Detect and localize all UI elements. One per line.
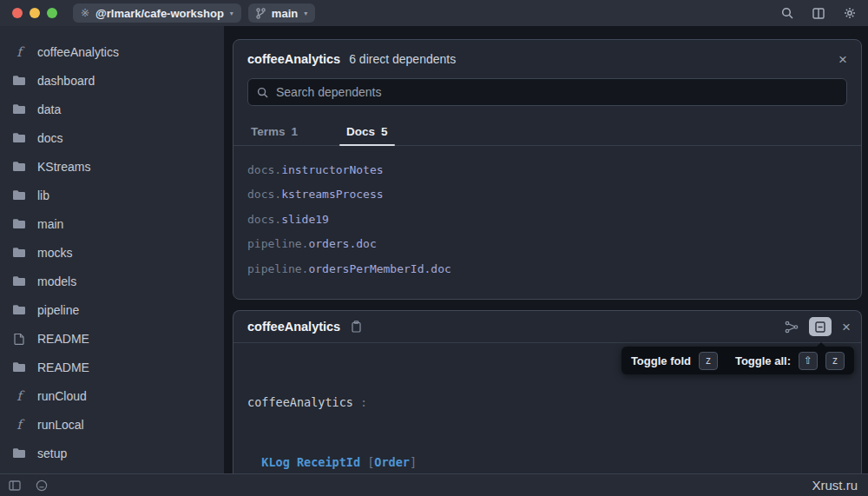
- sidebar-item-runLocal[interactable]: f runLocal: [0, 410, 224, 439]
- definition-panel-actions: ×: [785, 317, 851, 336]
- sidebar-item-dashboard[interactable]: dashboard: [0, 66, 224, 95]
- folder-icon: [12, 361, 26, 373]
- folder-icon: [12, 247, 26, 258]
- folder-icon: [12, 132, 26, 143]
- folder-icon: [12, 218, 26, 229]
- sidebar-item-README-folder[interactable]: README: [0, 353, 224, 381]
- sidebar-item-label: main: [37, 217, 63, 231]
- folder-icon: [12, 304, 26, 315]
- dependent-name: orders.doc: [308, 237, 376, 250]
- sidebar-item-models[interactable]: models: [0, 267, 224, 295]
- folder-icon: [12, 103, 26, 115]
- search-dependents-box: [247, 78, 847, 106]
- sidebar-item-lib[interactable]: lib: [0, 181, 224, 209]
- list-item[interactable]: pipeline.ordersPerMemberId.doc: [247, 256, 847, 281]
- toggle-all-label: Toggle all:: [735, 354, 791, 367]
- dependents-list: docs.instructorNotes docs.kstreamsProces…: [233, 146, 861, 293]
- gear-icon[interactable]: [844, 7, 856, 19]
- sidebar-item-label: docs: [37, 131, 63, 145]
- sidebar-item-label: models: [37, 274, 76, 288]
- close-window-button[interactable]: [12, 8, 23, 18]
- definition-panel-title: coffeeAnalytics: [247, 320, 340, 334]
- sidebar-item-README-doc[interactable]: README: [0, 324, 224, 353]
- list-item[interactable]: docs.slide19: [247, 207, 847, 232]
- search-icon[interactable]: [781, 7, 793, 19]
- tab-docs[interactable]: Docs 5: [343, 118, 391, 145]
- toggle-fold-button[interactable]: [809, 317, 832, 336]
- toggle-fold-tooltip: Toggle fold z Toggle all: ⇧ z: [621, 347, 854, 374]
- function-icon: f: [12, 417, 26, 433]
- topbar-actions: [781, 7, 856, 19]
- sidebar-item-label: pipeline: [37, 303, 79, 317]
- dependent-name: ordersPerMemberId.doc: [308, 262, 450, 275]
- split-view-icon[interactable]: [812, 8, 825, 19]
- code-line: KLog ReceiptId [Order]: [247, 453, 847, 473]
- dependents-graph-icon[interactable]: [785, 321, 799, 334]
- sidebar-item-label: runLocal: [37, 418, 84, 432]
- sidebar-item-data[interactable]: data: [0, 95, 224, 123]
- search-icon: [257, 87, 268, 98]
- sidebar-item-mocks[interactable]: mocks: [0, 238, 224, 267]
- tab-terms-count: 1: [292, 125, 299, 138]
- sidebar-item-label: mocks: [37, 246, 72, 260]
- dependent-namespace: docs.: [247, 188, 281, 201]
- watermark: Xrust.ru: [812, 478, 859, 493]
- dependent-namespace: docs.: [247, 163, 281, 176]
- search-dependents-input[interactable]: [276, 85, 838, 99]
- chevron-down-icon: ▾: [230, 10, 233, 17]
- sidebar-item-pipeline[interactable]: pipeline: [0, 295, 224, 324]
- list-item[interactable]: docs.kstreamsProcess: [247, 182, 847, 208]
- window-controls: [12, 8, 57, 18]
- project-name: @rlmark/cafe-workshop: [95, 7, 224, 20]
- maximize-window-button[interactable]: [47, 8, 57, 18]
- namespace-sidebar: f coffeeAnalytics dashboard data docs KS…: [0, 26, 224, 473]
- folder-icon: [12, 447, 26, 459]
- dependent-name: instructorNotes: [281, 163, 383, 176]
- content-area: f coffeeAnalytics dashboard data docs KS…: [0, 26, 868, 473]
- app-window: ※ @rlmark/cafe-workshop ▾ main ▾: [0, 0, 868, 496]
- toggle-fold-label: Toggle fold: [631, 354, 691, 367]
- copy-icon[interactable]: [352, 321, 361, 333]
- dependents-panel: coffeeAnalytics 6 direct dependents × Te…: [233, 39, 862, 300]
- branch-selector[interactable]: main ▾: [248, 3, 315, 23]
- tab-terms[interactable]: Terms 1: [247, 118, 301, 145]
- dependents-tabs: Terms 1 Docs 5: [233, 118, 861, 146]
- project-icon: ※: [81, 7, 89, 19]
- workspace: coffeeAnalytics 6 direct dependents × Te…: [224, 26, 868, 473]
- title-bar: ※ @rlmark/cafe-workshop ▾ main ▾: [0, 0, 868, 26]
- sidebar-item-setup[interactable]: setup: [0, 439, 224, 467]
- list-item[interactable]: pipeline.orders.doc: [247, 232, 847, 257]
- definition-panel-header: coffeeAnalytics: [233, 311, 861, 343]
- sidebar-item-label: README: [37, 360, 89, 374]
- minimize-window-button[interactable]: [30, 8, 40, 18]
- dependent-namespace: pipeline.: [247, 237, 308, 250]
- folder-icon: [12, 189, 26, 201]
- close-icon[interactable]: ×: [842, 320, 851, 334]
- keyboard-shortcuts-icon[interactable]: [36, 479, 48, 492]
- key-z: z: [699, 352, 718, 370]
- sidebar-item-main[interactable]: main: [0, 209, 224, 238]
- toggle-sidebar-icon[interactable]: [9, 480, 21, 491]
- dependent-name: slide19: [281, 213, 329, 226]
- sidebar-item-label: KStreams: [37, 160, 90, 174]
- shift-key-icon: ⇧: [799, 352, 818, 370]
- list-item[interactable]: docs.instructorNotes: [247, 157, 847, 182]
- sidebar-item-runCloud[interactable]: f runCloud: [0, 381, 224, 410]
- sidebar-item-label: lib: [37, 188, 49, 202]
- sidebar-item-coffeeAnalytics[interactable]: f coffeeAnalytics: [0, 37, 224, 66]
- chevron-down-icon: ▾: [304, 10, 307, 17]
- sidebar-item-KStreams[interactable]: KStreams: [0, 152, 224, 181]
- sidebar-item-label: data: [37, 103, 61, 116]
- sidebar-item-label: README: [37, 332, 89, 346]
- close-icon[interactable]: ×: [838, 52, 847, 67]
- branch-icon: [256, 8, 266, 19]
- tab-docs-count: 5: [381, 125, 388, 138]
- project-selector[interactable]: ※ @rlmark/cafe-workshop ▾: [73, 3, 241, 23]
- folder-icon: [12, 75, 26, 86]
- status-bar: Xrust.ru: [0, 473, 868, 496]
- dependent-namespace: pipeline.: [247, 262, 308, 275]
- function-icon: f: [12, 388, 26, 404]
- sidebar-item-docs[interactable]: docs: [0, 123, 224, 152]
- folder-icon: [12, 161, 26, 172]
- function-icon: f: [12, 44, 26, 60]
